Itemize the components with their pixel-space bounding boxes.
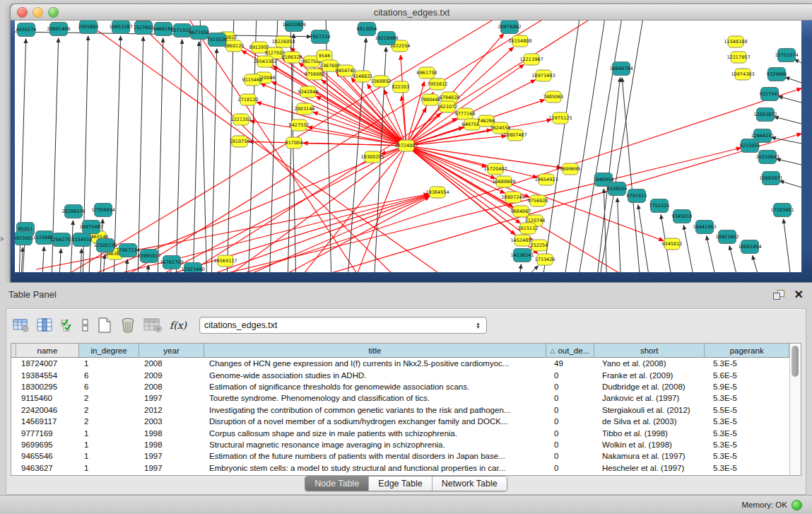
graph-node-11548108[interactable]: 11548108: [724, 36, 747, 47]
table-settings-icon[interactable]: [13, 318, 30, 332]
table-cell[interactable]: 2: [78, 417, 139, 426]
graph-node-12975125[interactable]: 12975125: [548, 112, 572, 124]
table-cell[interactable]: 0: [548, 464, 596, 472]
table-cell[interactable]: 1997: [139, 452, 204, 460]
table-cell[interactable]: Wolkin et al. (1998): [596, 440, 707, 449]
table-cell[interactable]: Disruption of a novel member of a sodium…: [204, 417, 548, 426]
graph-node-9227341[interactable]: 9227341: [760, 88, 780, 101]
table-cell[interactable]: 1997: [139, 394, 204, 402]
table-cell[interactable]: 9115460: [16, 394, 78, 402]
table-cell[interactable]: 9777169: [16, 429, 78, 438]
table-cell[interactable]: 49: [548, 359, 596, 368]
graph-node-17957234[interactable]: 17957234: [116, 244, 139, 257]
table-cell[interactable]: 2: [78, 406, 139, 414]
citation-edge-black[interactable]: [707, 236, 719, 272]
tab-node-table[interactable]: Node Table: [305, 477, 369, 491]
citation-edge-black[interactable]: [683, 226, 696, 272]
citation-edge-black[interactable]: [138, 37, 143, 272]
table-cell[interactable]: Estimation of the future numbers of pati…: [204, 452, 548, 460]
graph-node-1154519[interactable]: 1154519: [72, 233, 93, 247]
table-cell[interactable]: 2: [78, 394, 139, 402]
graph-node-9699695[interactable]: 9699695: [560, 163, 581, 175]
graph-node-1568852[interactable]: 1568852: [371, 76, 392, 87]
graph-node-9345018[interactable]: 9345018: [672, 210, 693, 223]
graph-node-12444151[interactable]: 12444151: [751, 129, 774, 143]
graph-node-3915901[interactable]: 3915901: [15, 232, 33, 245]
citation-edge-black[interactable]: [158, 38, 163, 272]
citation-edge-red[interactable]: [411, 146, 538, 177]
citation-edge-black[interactable]: [176, 40, 182, 272]
table-cell[interactable]: 2009: [139, 371, 204, 380]
column-header-title[interactable]: title: [204, 344, 546, 357]
scrollbar-thumb[interactable]: [792, 346, 799, 377]
graph-node-15751074[interactable]: 15751074: [775, 49, 798, 62]
new-table-icon[interactable]: [97, 317, 112, 334]
column-header-short[interactable]: short: [594, 344, 705, 357]
table-cell[interactable]: 1: [78, 464, 139, 472]
graph-node-10923452[interactable]: 10923452: [715, 230, 739, 244]
select-column-icon[interactable]: [37, 318, 53, 332]
citation-edge-black[interactable]: [193, 42, 199, 272]
graph-node-9115460[interactable]: 9115460: [242, 74, 263, 86]
graph-node-17359934[interactable]: 17359934: [91, 204, 114, 217]
table-cell[interactable]: 5.3E-5: [707, 440, 792, 449]
clear-selection-icon[interactable]: [81, 318, 90, 332]
table-cell[interactable]: 0: [548, 382, 596, 391]
graph-node-2718120[interactable]: 2718120: [238, 94, 259, 105]
column-header-in_degree[interactable]: in_degree: [79, 344, 139, 357]
citation-edge-black[interactable]: [779, 96, 801, 103]
graph-node-1615112[interactable]: 1615112: [518, 223, 539, 234]
citation-edge-black[interactable]: [784, 219, 792, 272]
citation-edge-black[interactable]: [518, 264, 521, 272]
table-cell[interactable]: 19384554: [16, 371, 78, 380]
table-row[interactable]: 946554611997Estimation of the future num…: [11, 450, 789, 462]
table-cell[interactable]: 1998: [139, 440, 204, 449]
column-header-out_de[interactable]: △out_de...: [546, 344, 594, 357]
graph-node-10974303[interactable]: 10974303: [731, 69, 754, 80]
citation-edge-red[interactable]: [80, 194, 428, 272]
table-cell[interactable]: Franke et al. (2009): [596, 371, 707, 380]
table-row[interactable]: 1938455462009Genome-wide association stu…: [11, 369, 789, 380]
graph-node-2803144[interactable]: 2803144: [295, 103, 315, 115]
tab-network-table[interactable]: Network Table: [433, 477, 507, 491]
table-cell[interactable]: 0: [548, 440, 596, 449]
table-cell[interactable]: 1: [78, 359, 139, 368]
graph-node-19975487[interactable]: 19975487: [79, 221, 102, 234]
close-button[interactable]: [17, 7, 28, 18]
citation-edge-black[interactable]: [785, 77, 801, 83]
graph-node-6791913[interactable]: 6791913: [627, 189, 647, 203]
table-cell[interactable]: 5.3E-5: [707, 417, 792, 426]
table-cell[interactable]: 5.3E-5: [707, 464, 792, 472]
network-graph-canvas[interactable]: 1872400718300295193845547663822886012389…: [15, 21, 801, 272]
graph-node-20876062[interactable]: 20876062: [498, 21, 521, 34]
table-cell[interactable]: 2012: [139, 406, 204, 414]
table-cell[interactable]: Nakamura et al. (1997): [596, 452, 707, 460]
select-all-check-icon[interactable]: [60, 318, 74, 332]
citation-edge-red[interactable]: [303, 143, 402, 146]
graph-node-9329966[interactable]: 9329966: [767, 68, 787, 81]
citation-edge-black[interactable]: [779, 181, 801, 187]
citation-edge-black[interactable]: [70, 221, 73, 272]
table-cell[interactable]: 0: [548, 406, 596, 414]
graph-node-9684067[interactable]: 9684067: [511, 206, 531, 217]
table-row[interactable]: 1456911722003Disruption of a novel membe…: [11, 416, 789, 427]
table-cell[interactable]: 2008: [139, 382, 204, 391]
table-cell[interactable]: 9699695: [16, 440, 78, 449]
citation-edge-black[interactable]: [200, 21, 207, 272]
table-cell[interactable]: Estimation of significance thresholds fo…: [204, 382, 548, 391]
table-cell[interactable]: Structural magnetic resonance image aver…: [204, 440, 548, 449]
graph-node-18226058[interactable]: 18226058: [271, 36, 295, 47]
citation-edge-black[interactable]: [211, 49, 217, 272]
graph-node-12505135[interactable]: 12505135: [93, 239, 117, 252]
delete-table-icon[interactable]: [119, 317, 136, 334]
graph-node-9756985[interactable]: 9756985: [305, 69, 325, 80]
graph-node-10653287[interactable]: 10653287: [109, 21, 132, 34]
zoom-button[interactable]: [48, 7, 59, 18]
table-cell[interactable]: 5.6E-5: [707, 371, 792, 380]
graph-node-1733426[interactable]: 1733426: [535, 254, 555, 265]
graph-node-9756928[interactable]: 9756928: [528, 195, 548, 206]
graph-node-9338554[interactable]: 9338554: [607, 182, 628, 196]
graph-node-12942757[interactable]: 12942757: [49, 233, 73, 247]
graph-node-252254[interactable]: 252254: [531, 240, 548, 251]
float-window-icon[interactable]: [773, 290, 784, 300]
